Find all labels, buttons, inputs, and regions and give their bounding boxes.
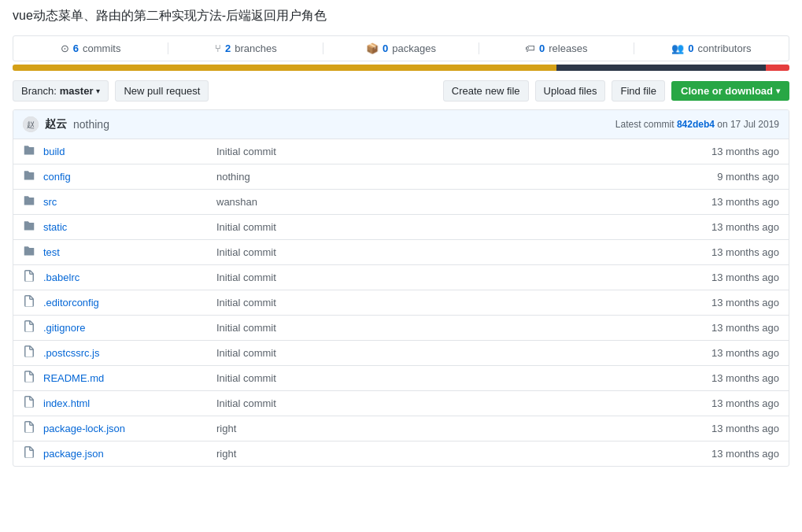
folder-icon bbox=[23, 220, 39, 235]
file-commit-message: Initial commit bbox=[216, 297, 677, 308]
folder-icon bbox=[23, 144, 39, 159]
file-name[interactable]: index.html bbox=[43, 397, 216, 409]
file-icon bbox=[23, 421, 39, 436]
svg-text:赵: 赵 bbox=[27, 120, 35, 129]
contributors-label: contributors bbox=[698, 42, 752, 54]
file-commit-message: nothing bbox=[216, 171, 677, 183]
commit-author: 赵云 bbox=[45, 117, 67, 131]
file-icon bbox=[23, 270, 39, 285]
file-time: 13 months ago bbox=[677, 397, 779, 409]
branch-selector[interactable]: Branch: master ▾ bbox=[13, 80, 109, 102]
packages-label: packages bbox=[392, 42, 436, 54]
commit-header-left: 赵 赵云 nothing bbox=[23, 116, 109, 132]
releases-count[interactable]: 0 bbox=[539, 42, 545, 54]
file-time: 13 months ago bbox=[677, 372, 779, 384]
file-name[interactable]: README.md bbox=[43, 372, 216, 384]
file-time: 13 months ago bbox=[677, 297, 779, 308]
file-commit-message: Initial commit bbox=[216, 322, 677, 334]
commit-header: 赵 赵云 nothing Latest commit 842deb4 on 17… bbox=[13, 110, 789, 139]
releases-label: releases bbox=[549, 42, 587, 54]
table-row: buildInitial commit13 months ago bbox=[13, 139, 789, 164]
commits-count[interactable]: 6 bbox=[73, 42, 79, 54]
upload-files-button[interactable]: Upload files bbox=[535, 80, 606, 102]
file-time: 13 months ago bbox=[677, 347, 779, 359]
file-icon bbox=[23, 446, 39, 461]
file-rows-container: buildInitial commit13 months agoconfigno… bbox=[13, 139, 789, 466]
file-commit-message: Initial commit bbox=[216, 372, 677, 384]
language-progress-bar bbox=[13, 65, 789, 71]
table-row: testInitial commit13 months ago bbox=[13, 240, 789, 265]
branches-count[interactable]: 2 bbox=[225, 42, 231, 54]
file-time: 13 months ago bbox=[677, 221, 779, 233]
branch-icon: ⑂ bbox=[215, 42, 221, 54]
contributors-count[interactable]: 0 bbox=[688, 42, 693, 54]
file-commit-message: Initial commit bbox=[216, 246, 677, 258]
table-row: package.jsonright13 months ago bbox=[13, 441, 789, 466]
file-name[interactable]: static bbox=[43, 221, 216, 233]
packages-icon: 📦 bbox=[366, 42, 379, 54]
releases-icon: 🏷 bbox=[525, 42, 535, 54]
avatar: 赵 bbox=[23, 116, 39, 132]
file-name[interactable]: test bbox=[43, 246, 216, 258]
packages-count[interactable]: 0 bbox=[383, 42, 388, 54]
file-time: 13 months ago bbox=[677, 272, 779, 283]
file-table: 赵 赵云 nothing Latest commit 842deb4 on 17… bbox=[13, 109, 789, 467]
contributors-icon: 👥 bbox=[671, 42, 684, 54]
file-icon bbox=[23, 320, 39, 335]
toolbar-right: Create new file Upload files Find file C… bbox=[443, 80, 789, 102]
folder-icon bbox=[23, 169, 39, 184]
table-row: index.htmlInitial commit13 months ago bbox=[13, 391, 789, 416]
file-commit-message: Initial commit bbox=[216, 146, 677, 157]
table-row: README.mdInitial commit13 months ago bbox=[13, 366, 789, 391]
commit-hash[interactable]: 842deb4 bbox=[677, 119, 715, 130]
file-icon bbox=[23, 295, 39, 310]
file-commit-message: right bbox=[216, 423, 677, 434]
file-name[interactable]: .babelrc bbox=[43, 272, 216, 283]
create-new-file-button[interactable]: Create new file bbox=[443, 80, 529, 102]
file-name[interactable]: .gitignore bbox=[43, 322, 216, 334]
file-commit-message: Initial commit bbox=[216, 397, 677, 409]
table-row: staticInitial commit13 months ago bbox=[13, 215, 789, 240]
stats-bar: ⊙ 6 commits ⑂ 2 branches 📦 0 packages 🏷 … bbox=[13, 35, 789, 61]
commits-icon: ⊙ bbox=[61, 42, 69, 54]
branches-stat: ⑂ 2 branches bbox=[168, 42, 323, 54]
branch-label: Branch: bbox=[21, 85, 57, 97]
file-name[interactable]: config bbox=[43, 171, 216, 183]
commits-label: commits bbox=[83, 42, 120, 54]
file-name[interactable]: src bbox=[43, 196, 216, 208]
commit-header-right: Latest commit 842deb4 on 17 Jul 2019 bbox=[615, 119, 779, 130]
file-icon bbox=[23, 345, 39, 360]
file-time: 13 months ago bbox=[677, 196, 779, 208]
folder-icon bbox=[23, 194, 39, 209]
file-name[interactable]: package.json bbox=[43, 448, 216, 460]
commits-stat: ⊙ 6 commits bbox=[13, 42, 168, 54]
table-row: .gitignoreInitial commit13 months ago bbox=[13, 316, 789, 341]
file-icon bbox=[23, 371, 39, 386]
file-time: 9 months ago bbox=[677, 171, 779, 183]
repo-title: vue动态菜单、路由的第二种实现方法-后端返回用户角色 bbox=[13, 8, 789, 24]
file-time: 13 months ago bbox=[677, 246, 779, 258]
file-commit-message: Initial commit bbox=[216, 221, 677, 233]
file-time: 13 months ago bbox=[677, 448, 779, 460]
file-time: 13 months ago bbox=[677, 322, 779, 334]
clone-button-label: Clone or download bbox=[681, 85, 773, 97]
table-row: srcwanshan13 months ago bbox=[13, 190, 789, 215]
new-pull-request-button[interactable]: New pull request bbox=[115, 80, 209, 102]
file-name[interactable]: .editorconfig bbox=[43, 297, 216, 308]
clone-or-download-button[interactable]: Clone or download ▾ bbox=[671, 81, 789, 101]
file-name[interactable]: package-lock.json bbox=[43, 423, 216, 434]
toolbar: Branch: master ▾ New pull request Create… bbox=[13, 80, 789, 102]
page-wrapper: vue动态菜单、路由的第二种实现方法-后端返回用户角色 ⊙ 6 commits … bbox=[0, 0, 802, 532]
commit-date: on 17 Jul 2019 bbox=[717, 119, 779, 130]
progress-dark bbox=[556, 65, 766, 71]
clone-chevron-icon: ▾ bbox=[776, 87, 780, 95]
file-commit-message: right bbox=[216, 448, 677, 460]
file-name[interactable]: build bbox=[43, 146, 216, 157]
packages-stat: 📦 0 packages bbox=[323, 42, 479, 54]
latest-commit-label: Latest commit bbox=[615, 119, 674, 130]
table-row: package-lock.jsonright13 months ago bbox=[13, 416, 789, 441]
branches-label: branches bbox=[235, 42, 276, 54]
file-name[interactable]: .postcssrc.js bbox=[43, 347, 216, 359]
find-file-button[interactable]: Find file bbox=[612, 80, 665, 102]
table-row: .babelrcInitial commit13 months ago bbox=[13, 265, 789, 290]
